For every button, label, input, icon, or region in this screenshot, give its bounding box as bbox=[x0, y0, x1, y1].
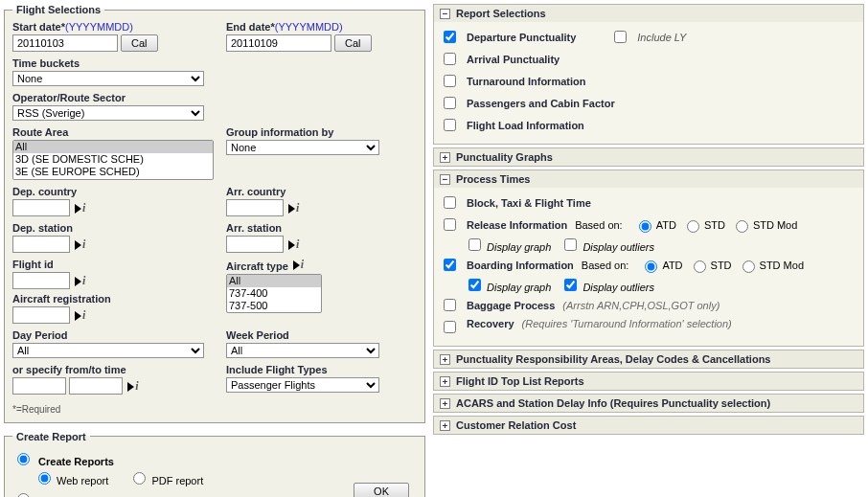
punctuality-graphs-header[interactable]: + Punctuality Graphs bbox=[434, 148, 863, 166]
expand-icon: + bbox=[440, 420, 450, 431]
dep-country-label: Dep. country bbox=[12, 186, 203, 197]
recovery-note: (Requires 'Turnaround Information' selec… bbox=[522, 318, 732, 329]
time-from-input[interactable] bbox=[12, 377, 66, 395]
responsibility-areas-header[interactable]: + Punctuality Responsibility Areas, Dela… bbox=[434, 350, 863, 368]
start-date-input[interactable] bbox=[12, 34, 118, 52]
recovery-checkbox[interactable] bbox=[444, 321, 456, 333]
based-on-label: Based on: bbox=[575, 219, 623, 231]
release-stdmod-radio[interactable]: STD Mod bbox=[731, 217, 797, 233]
checkbox-label: Recovery bbox=[467, 318, 514, 329]
checkbox-label: Release Information bbox=[467, 219, 567, 231]
arrival-punctuality-checkbox[interactable] bbox=[444, 53, 456, 65]
time-buckets-label: Time buckets bbox=[12, 57, 417, 69]
create-report-legend: Create Report bbox=[12, 431, 90, 442]
operator-label: Operator/Route Sector bbox=[12, 92, 417, 103]
checkbox-label: Turnaround Information bbox=[467, 76, 585, 87]
aircraft-reg-label: Aircraft registration bbox=[12, 293, 203, 305]
release-display-outliers-checkbox[interactable]: Display outliers bbox=[560, 236, 654, 254]
expand-icon: + bbox=[440, 376, 450, 387]
boarding-std-radio[interactable]: STD bbox=[689, 258, 732, 273]
group-by-label: Group information by bbox=[226, 126, 417, 138]
info-icon[interactable] bbox=[293, 259, 307, 272]
day-period-label: Day Period bbox=[12, 329, 203, 341]
time-to-input[interactable] bbox=[69, 377, 123, 395]
process-times-header[interactable]: − Process Times bbox=[434, 170, 863, 188]
checkbox-label: Flight Load Information bbox=[467, 120, 584, 131]
time-buckets-select[interactable]: None bbox=[12, 71, 204, 86]
boarding-atd-radio[interactable]: ATD bbox=[640, 258, 682, 273]
arr-country-label: Arr. country bbox=[226, 186, 417, 197]
aircraft-type-label: Aircraft type bbox=[226, 259, 417, 272]
start-date-cal-button[interactable]: Cal bbox=[121, 34, 158, 52]
ok-button[interactable]: OK bbox=[354, 483, 409, 497]
route-area-label: Route Area bbox=[12, 126, 203, 138]
report-selections-section: − Report Selections Departure Punctualit… bbox=[433, 4, 864, 145]
info-icon[interactable] bbox=[288, 238, 302, 252]
process-times-section: − Process Times Block, Taxi & Flight Tim… bbox=[433, 169, 864, 347]
include-flight-types-label: Include Flight Types bbox=[226, 364, 417, 375]
customer-relation-cost-header[interactable]: + Customer Relation Cost bbox=[434, 417, 863, 434]
aircraft-reg-input[interactable] bbox=[12, 306, 70, 324]
flight-id-label: Flight id bbox=[12, 259, 203, 270]
expand-icon: + bbox=[440, 398, 450, 409]
operator-select[interactable]: RSS (Sverige) bbox=[12, 105, 204, 121]
boarding-display-outliers-checkbox[interactable]: Display outliers bbox=[560, 276, 654, 294]
create-reports-radio[interactable]: Create Reports bbox=[12, 450, 417, 467]
baggage-note: (Arrstn ARN,CPH,OSL,GOT only) bbox=[562, 300, 720, 311]
flight-selections-legend: Flight Selections bbox=[12, 4, 104, 15]
include-ly-label: Include LY bbox=[637, 32, 686, 43]
start-date-label: Start date*(YYYYMMDD) bbox=[12, 21, 203, 33]
info-icon[interactable] bbox=[75, 202, 88, 215]
create-report-panel: Create Report Create Reports Web report … bbox=[4, 431, 425, 497]
web-report-radio[interactable]: Web report bbox=[34, 475, 111, 486]
pdf-report-radio[interactable]: PDF report bbox=[128, 475, 203, 486]
release-info-checkbox[interactable] bbox=[444, 218, 456, 231]
release-atd-radio[interactable]: ATD bbox=[634, 217, 676, 233]
info-icon[interactable] bbox=[288, 202, 302, 215]
arr-station-input[interactable] bbox=[226, 236, 284, 253]
arr-country-input[interactable] bbox=[226, 199, 284, 216]
report-selections-header[interactable]: − Report Selections bbox=[434, 5, 863, 22]
info-icon[interactable] bbox=[75, 275, 88, 288]
end-date-cal-button[interactable]: Cal bbox=[334, 34, 372, 52]
block-taxi-checkbox[interactable] bbox=[444, 196, 456, 209]
collapse-icon: − bbox=[440, 9, 450, 19]
based-on-label: Based on: bbox=[582, 260, 629, 271]
end-date-label: End date*(YYYYMMDD) bbox=[226, 21, 417, 33]
flight-selections-panel: Flight Selections Start date*(YYYYMMDD) … bbox=[4, 4, 425, 423]
departure-punctuality-checkbox[interactable] bbox=[444, 31, 456, 43]
flight-id-toplist-header[interactable]: + Flight ID Top List Reports bbox=[434, 373, 863, 390]
info-icon[interactable] bbox=[75, 238, 88, 252]
release-display-graph-checkbox[interactable]: Display graph bbox=[465, 236, 551, 254]
flight-id-toplist-section: + Flight ID Top List Reports bbox=[433, 372, 864, 391]
include-ly-checkbox[interactable] bbox=[614, 31, 627, 43]
end-date-input[interactable] bbox=[226, 34, 331, 52]
flight-load-info-checkbox[interactable] bbox=[444, 119, 456, 131]
acars-section: + ACARS and Station Delay Info (Requires… bbox=[433, 394, 864, 413]
boarding-stdmod-radio[interactable]: STD Mod bbox=[738, 258, 804, 273]
passengers-cabin-factor-checkbox[interactable] bbox=[444, 97, 456, 109]
dep-country-input[interactable] bbox=[12, 199, 70, 216]
boarding-display-graph-checkbox[interactable]: Display graph bbox=[465, 276, 551, 294]
acars-header[interactable]: + ACARS and Station Delay Info (Requires… bbox=[434, 395, 863, 412]
required-footnote: *=Required bbox=[12, 404, 417, 415]
week-period-label: Week Period bbox=[226, 329, 417, 341]
day-period-select[interactable]: All bbox=[12, 343, 204, 358]
flight-id-input[interactable] bbox=[12, 272, 70, 289]
week-period-select[interactable]: All bbox=[226, 343, 379, 358]
release-std-radio[interactable]: STD bbox=[682, 217, 725, 233]
group-by-select[interactable]: None bbox=[226, 140, 379, 155]
include-flight-types-select[interactable]: Passenger Flights bbox=[226, 377, 379, 393]
specify-time-label: or specify from/to time bbox=[12, 364, 203, 375]
turnaround-info-checkbox[interactable] bbox=[444, 75, 456, 87]
info-icon[interactable] bbox=[75, 309, 88, 323]
aircraft-type-select[interactable]: All 737-400 737-500 bbox=[226, 274, 322, 314]
arr-station-label: Arr. station bbox=[226, 222, 417, 234]
baggage-process-checkbox[interactable] bbox=[444, 299, 456, 311]
responsibility-areas-section: + Punctuality Responsibility Areas, Dela… bbox=[433, 350, 864, 369]
boarding-info-checkbox[interactable] bbox=[444, 259, 456, 271]
punctuality-graphs-section: + Punctuality Graphs bbox=[433, 147, 864, 167]
route-area-select[interactable]: All 3D (SE DOMESTIC SCHE) 3E (SE EUROPE … bbox=[12, 140, 214, 180]
info-icon[interactable] bbox=[127, 380, 141, 394]
dep-station-input[interactable] bbox=[12, 236, 70, 253]
